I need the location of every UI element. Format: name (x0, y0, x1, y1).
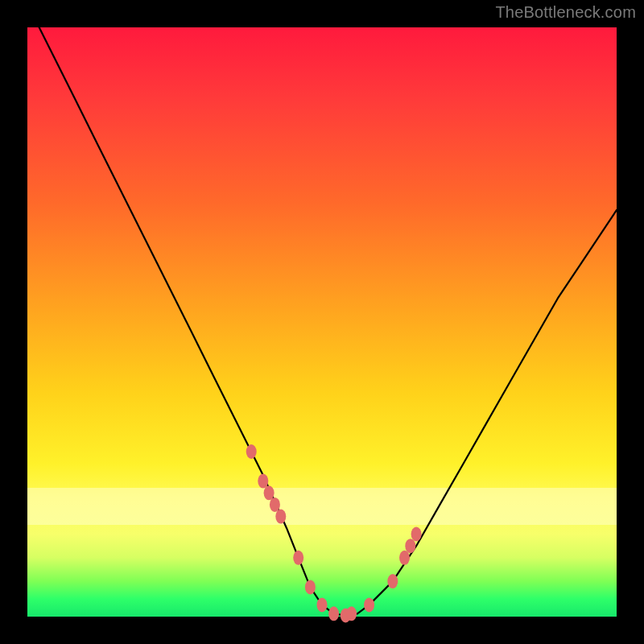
marker-dot (246, 444, 257, 459)
marker-dot (364, 597, 374, 612)
plot-area (27, 27, 617, 617)
marker-dot (405, 539, 415, 553)
marker-dot (258, 474, 268, 489)
marker-dot (293, 551, 303, 565)
marker-dot (317, 597, 328, 612)
marker-dot (399, 551, 410, 565)
marker-dot (411, 527, 422, 542)
marker-dot (305, 580, 316, 594)
watermark-text: TheBottleneck.com (495, 3, 636, 22)
bottleneck-curve (27, 4, 617, 616)
marker-dot (346, 606, 357, 621)
marker-dot (328, 606, 339, 621)
marker-dot (264, 485, 275, 500)
marker-dot (270, 497, 280, 512)
marker-dot (275, 510, 286, 524)
curve-layer (27, 27, 617, 617)
chart-frame: TheBottleneck.com (0, 0, 644, 644)
marker-dots (246, 444, 422, 623)
marker-dot (387, 574, 398, 588)
